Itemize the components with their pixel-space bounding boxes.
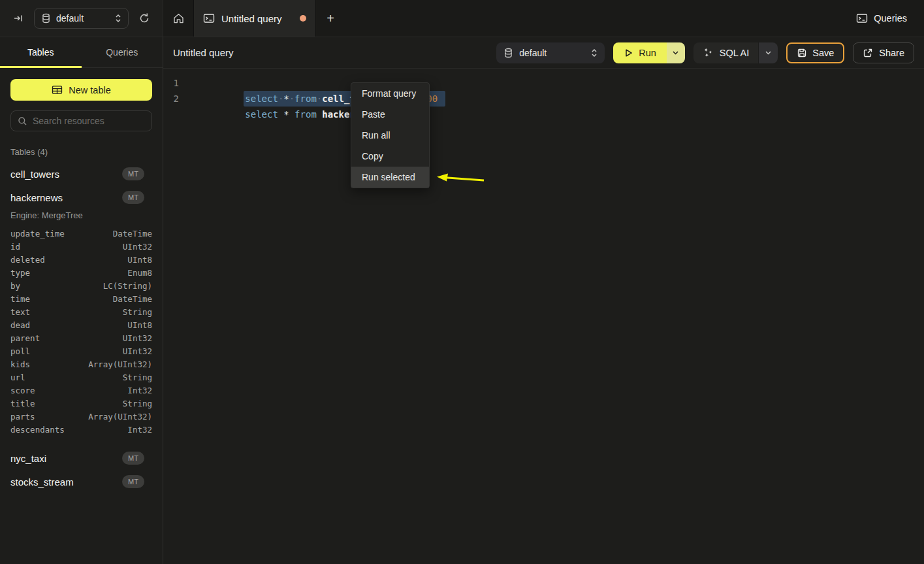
- column-row: urlString: [10, 371, 152, 384]
- queries-button-label: Queries: [874, 13, 907, 24]
- sidebar: Tables Queries New table Tables (4) cell…: [0, 37, 163, 564]
- menu-item-run-selected[interactable]: Run selected: [351, 167, 429, 188]
- column-name: dead: [10, 320, 30, 330]
- column-row: titleString: [10, 397, 152, 410]
- menu-item-run-all[interactable]: Run all: [351, 125, 429, 146]
- topbar: default Untitled query +: [0, 0, 924, 37]
- table-row-hackernews[interactable]: hackernews MT: [10, 191, 152, 204]
- column-name: kids: [10, 359, 30, 369]
- play-icon: [624, 48, 633, 58]
- new-tab-button[interactable]: +: [316, 0, 345, 37]
- sql-ai-options-button[interactable]: [758, 42, 778, 63]
- tab-untitled-query[interactable]: Untitled query: [193, 0, 316, 37]
- run-button[interactable]: Run: [613, 42, 667, 63]
- home-icon: [172, 12, 185, 25]
- engine-badge: MT: [122, 475, 144, 488]
- new-table-label: New table: [69, 85, 110, 95]
- column-name: type: [10, 268, 30, 278]
- table-row-cell-towers[interactable]: cell_towers MT: [10, 167, 152, 180]
- chevron-updown-icon: [591, 48, 597, 58]
- column-type: UInt8: [127, 255, 152, 265]
- column-type: String: [123, 373, 152, 382]
- content-area: Untitled query default: [163, 37, 924, 564]
- column-name: by: [10, 281, 20, 291]
- sql-editor[interactable]: 1 select*fromcell_towerslimit100 2 selec…: [163, 69, 924, 564]
- unsaved-changes-dot: [300, 15, 306, 22]
- new-table-button[interactable]: New table: [10, 79, 152, 101]
- toolbar-database-value: default: [519, 48, 547, 58]
- column-type: UInt32: [123, 346, 152, 356]
- code-line-1[interactable]: 1 select*fromcell_towerslimit100: [163, 75, 924, 91]
- refresh-button[interactable]: [135, 9, 153, 27]
- column-type: Array(UInt32): [88, 359, 152, 369]
- share-button[interactable]: Share: [853, 42, 914, 63]
- column-row: timeDateTime: [10, 292, 152, 305]
- queries-button[interactable]: Queries: [850, 0, 924, 37]
- column-type: Int32: [127, 386, 152, 395]
- line-number: 2: [163, 91, 179, 107]
- database-icon: [41, 13, 51, 24]
- table-name: stocks_stream: [10, 476, 122, 488]
- column-type: UInt8: [127, 320, 152, 330]
- column-row: deletedUInt8: [10, 253, 152, 266]
- column-name: id: [10, 242, 20, 252]
- column-type: Array(UInt32): [88, 412, 152, 422]
- share-label: Share: [879, 48, 904, 58]
- search-input[interactable]: [33, 116, 145, 126]
- column-type: LC(String): [103, 281, 152, 291]
- column-type: String: [123, 307, 152, 317]
- chevron-down-icon: [672, 50, 679, 56]
- collapse-sidebar-icon: [13, 13, 24, 24]
- tab-strip: Untitled query + Queries: [163, 0, 924, 37]
- column-row: descendantsInt32: [10, 423, 152, 436]
- toolbar-database-select[interactable]: default: [496, 42, 605, 63]
- column-row: parentUInt32: [10, 331, 152, 344]
- column-type: UInt32: [123, 242, 152, 252]
- column-name: score: [10, 386, 35, 395]
- engine-badge: MT: [122, 167, 144, 180]
- queries-console-icon: [856, 13, 868, 24]
- run-label: Run: [639, 48, 656, 58]
- table-name: hackernews: [10, 192, 122, 203]
- sidebar-tab-tables[interactable]: Tables: [0, 37, 82, 67]
- column-row: partsArray(UInt32): [10, 410, 152, 423]
- collapse-sidebar-button[interactable]: [9, 9, 27, 27]
- column-row: pollUInt32: [10, 344, 152, 357]
- table-row-stocks-stream[interactable]: stocks_stream MT: [10, 475, 152, 488]
- sidebar-tab-queries[interactable]: Queries: [82, 37, 163, 67]
- code-line-2[interactable]: 2 select*fromhackernewslimit: [163, 91, 924, 107]
- column-row: byLC(String): [10, 279, 152, 292]
- table-grid-icon: [52, 85, 63, 95]
- column-row: kidsArray(UInt32): [10, 357, 152, 371]
- topbar-database-select[interactable]: default: [34, 8, 129, 29]
- column-name: time: [10, 294, 30, 304]
- column-name: poll: [10, 346, 30, 356]
- share-icon: [863, 48, 873, 58]
- save-button[interactable]: Save: [786, 42, 844, 63]
- run-options-button[interactable]: [667, 42, 685, 63]
- sql-keyword: from: [295, 109, 317, 120]
- search-box: [10, 110, 152, 131]
- search-icon: [18, 116, 27, 126]
- table-row-nyc-taxi[interactable]: nyc_taxi MT: [10, 452, 152, 465]
- sql-keyword: select: [245, 109, 278, 120]
- menu-item-paste[interactable]: Paste: [351, 104, 429, 125]
- topbar-database-value: default: [56, 13, 84, 24]
- table-name: cell_towers: [10, 169, 122, 180]
- menu-item-copy[interactable]: Copy: [351, 146, 429, 167]
- refresh-icon: [138, 12, 150, 24]
- column-type: Int32: [127, 425, 152, 435]
- column-row: scoreInt32: [10, 384, 152, 397]
- line-number: 1: [163, 75, 179, 91]
- save-icon: [797, 48, 807, 58]
- sql-ai-label: SQL AI: [720, 48, 749, 58]
- column-row: idUInt32: [10, 240, 152, 253]
- sql-ai-split-button: SQL AI: [693, 42, 778, 63]
- home-button[interactable]: [163, 0, 193, 37]
- column-row: deadUInt8: [10, 318, 152, 331]
- menu-item-format-query[interactable]: Format query: [351, 83, 429, 104]
- column-name: text: [10, 307, 30, 317]
- chevron-updown-icon: [115, 14, 121, 23]
- sql-ai-button[interactable]: SQL AI: [693, 42, 758, 63]
- column-row: typeEnum8: [10, 266, 152, 279]
